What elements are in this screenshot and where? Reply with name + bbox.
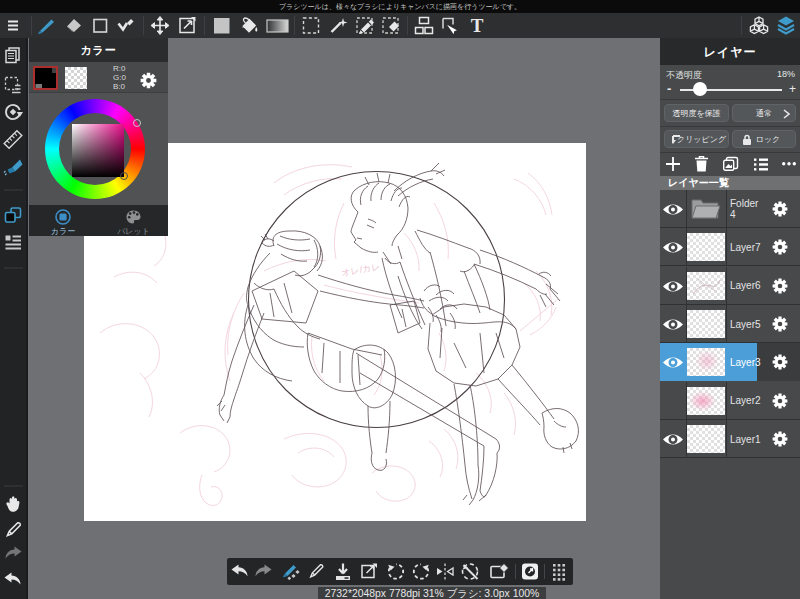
svg-text:オレ/カレ: オレ/カレ: [341, 261, 381, 278]
svg-text:T: T: [471, 15, 484, 36]
